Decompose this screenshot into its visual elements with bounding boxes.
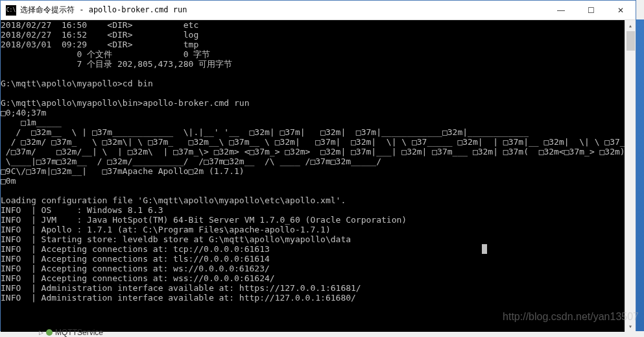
console-line: INFO | Administration interface availabl…	[1, 283, 625, 293]
console-line	[1, 69, 625, 79]
cmd-window: C:\ 选择命令提示符 - apollo-broker.cmd run — ☐ …	[0, 0, 636, 331]
console-line: 0 个文件 0 字节	[1, 49, 625, 59]
console-line: 2018/02/27 16:50 <DIR> etc	[1, 20, 625, 30]
console-line: G:\mqtt\apollo\myapollo\bin>apollo-broke…	[1, 98, 625, 108]
console-line: Loading configuration file 'G:\mqtt\apol…	[1, 195, 625, 205]
console-line: INFO | Starting store: leveldb store at …	[1, 234, 625, 244]
service-icon	[46, 329, 53, 336]
console-line: INFO | Accepting connections at: ws://0.…	[1, 264, 625, 273]
minimize-button[interactable]: —	[546, 1, 576, 20]
console-line: □9C\/□37m|□32m__| □37mApache Apollo□2m (…	[1, 166, 625, 176]
text-cursor	[482, 244, 487, 254]
scroll-thumb[interactable]	[626, 31, 635, 51]
console-line	[1, 186, 625, 195]
scroll-up-arrow-icon[interactable]: ▴	[625, 20, 636, 31]
console-line: INFO | Administration interface availabl…	[1, 293, 625, 303]
console-line: 7 个目录 202,805,473,280 可用字节	[1, 59, 625, 69]
console-line: INFO | Accepting connections at: tls://0…	[1, 254, 625, 264]
close-button[interactable]: ✕	[606, 1, 636, 20]
console-client-area: 2018/02/27 16:50 <DIR> etc2018/02/27 16:…	[1, 20, 636, 332]
window-title: 选择命令提示符 - apollo-broker.cmd run	[20, 5, 187, 16]
console-line: INFO | Accepting connections at: wss://0…	[1, 273, 625, 283]
console-line: / □32m/ □37m_ \ □32m\| \ □37m_ □32m__\ □…	[1, 137, 625, 147]
expand-icon[interactable]: ▷	[39, 329, 43, 336]
console-line: □1m_____	[1, 118, 625, 127]
tree-item-label: MQTTService	[55, 328, 103, 337]
console-line: \____|□37m□32m__ / □32m/__________/ /□37…	[1, 156, 625, 166]
console-line: 2018/03/01 09:29 <DIR> tmp	[1, 40, 625, 49]
console-line: □0m	[1, 176, 625, 186]
console-line: / □32m__ \ | □37m____________ \|.|__' '_…	[1, 127, 625, 137]
console-line: INFO | Apollo : 1.7.1 (at: C:\Program Fi…	[1, 225, 625, 234]
console-line: INFO | Accepting connections at: tcp://0…	[1, 244, 625, 254]
cmd-icon: C:\	[6, 5, 16, 16]
titlebar[interactable]: C:\ 选择命令提示符 - apollo-broker.cmd run — ☐ …	[1, 1, 636, 20]
console-line	[1, 88, 625, 98]
console-line: 2018/02/27 16:52 <DIR> log	[1, 30, 625, 40]
ide-tree-item[interactable]: ▷ MQTTService	[39, 328, 103, 337]
console-line: INFO | OS : Windows 8.1 6.3	[1, 205, 625, 215]
vertical-scrollbar[interactable]: ▴ ▾	[625, 20, 636, 332]
console-line: /□37m/ □32m/__| \ | □32m\ | □37m_\> □32m…	[1, 147, 625, 156]
maximize-button[interactable]: ☐	[576, 1, 606, 20]
scroll-down-arrow-icon[interactable]: ▾	[625, 321, 636, 332]
console-line: G:\mqtt\apollo\myapollo>cd bin	[1, 79, 625, 88]
console-line: INFO | JVM : Java HotSpot(TM) 64-Bit Ser…	[1, 215, 625, 225]
console-output[interactable]: 2018/02/27 16:50 <DIR> etc2018/02/27 16:…	[1, 20, 625, 332]
console-line: □0;40;37m	[1, 108, 625, 118]
background-window-edge	[636, 19, 644, 331]
